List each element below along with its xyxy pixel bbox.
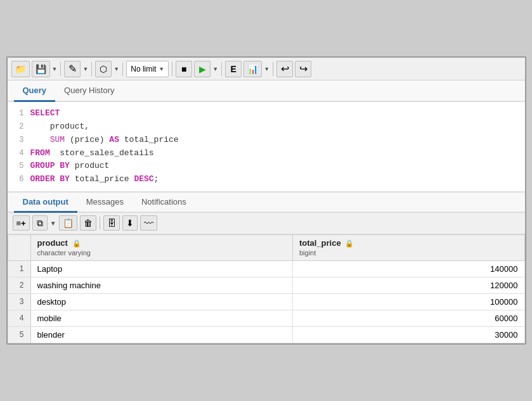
cell-product[interactable]: mobile (30, 310, 292, 326)
col-header-product[interactable]: product 🔒 character varying (30, 234, 292, 260)
table-row: 1Laptop140000 (8, 260, 524, 277)
code-line-2: 2 product, (8, 120, 525, 134)
results-table: product 🔒 character varying total_price … (8, 234, 525, 343)
no-limit-label: No limit (131, 65, 156, 73)
main-window: 📁 💾 ▼ ✎ ▼ ⬡ ▼ No limit ▼ ■ ▶ ▼ E 📊 ▼ ↩ ↪… (6, 56, 526, 345)
output-tabs-bar: Data output Messages Notifications (8, 193, 525, 213)
query-editor[interactable]: 1 SELECT 2 product, 3 SUM (price) AS tot… (8, 102, 525, 193)
lock-icon-product: 🔒 (72, 239, 81, 247)
tab-messages[interactable]: Messages (77, 193, 133, 213)
tab-query-history[interactable]: Query History (55, 80, 123, 102)
toolbar-sep-4 (172, 62, 172, 76)
code-line-6: 6 ORDER BY total_price DESC; (8, 173, 525, 186)
cell-total-price[interactable]: 120000 (292, 277, 524, 293)
explain-button[interactable]: E (225, 61, 242, 77)
open-file-button[interactable]: 📁 (11, 61, 30, 77)
toolbar-sep-3 (122, 62, 123, 76)
table-row: 3desktop100000 (8, 293, 524, 310)
no-limit-caret: ▼ (159, 66, 164, 72)
chart-button[interactable]: 〰 (140, 215, 157, 231)
toolbar-sep-6 (273, 62, 273, 76)
top-toolbar: 📁 💾 ▼ ✎ ▼ ⬡ ▼ No limit ▼ ■ ▶ ▼ E 📊 ▼ ↩ ↪ (8, 58, 525, 80)
save-file-button[interactable]: 💾 (32, 61, 50, 77)
table-row: 4mobile60000 (8, 310, 524, 326)
lock-icon-total-price: 🔒 (345, 239, 354, 247)
db-save-button[interactable]: 🗄 (103, 215, 120, 231)
data-table-wrap: product 🔒 character varying total_price … (8, 234, 525, 343)
row-number: 3 (8, 293, 30, 310)
code-line-5: 5 GROUP BY product (8, 160, 525, 173)
cell-product[interactable]: washing machine (30, 277, 292, 293)
code-line-1: 1 SELECT (8, 107, 525, 120)
row-number: 5 (8, 326, 30, 343)
save-dropdown-caret[interactable]: ▼ (52, 66, 58, 72)
col-type-product: character varying (37, 249, 91, 257)
data-toolbar: ≡+ ⧉ ▼ 📋 🗑 🗄 ⬇ 〰 (8, 213, 525, 234)
delete-button[interactable]: 🗑 (80, 215, 96, 231)
code-line-4: 4 FROM store_sales_details (8, 147, 525, 160)
col-header-rownum (8, 234, 30, 260)
row-number: 4 (8, 310, 30, 326)
col-header-total-price[interactable]: total_price 🔒 bigint (292, 234, 524, 260)
row-number: 1 (8, 260, 30, 277)
copy-caret[interactable]: ▼ (50, 220, 56, 227)
table-row: 2washing machine120000 (8, 277, 524, 293)
cell-total-price[interactable]: 140000 (292, 260, 524, 277)
col-type-total-price: bigint (299, 249, 316, 257)
run-dropdown-caret[interactable]: ▼ (212, 66, 218, 72)
cell-total-price[interactable]: 100000 (292, 293, 524, 310)
run-button[interactable]: ▶ (194, 61, 211, 77)
stop-button[interactable]: ■ (176, 61, 192, 77)
cell-product[interactable]: desktop (30, 293, 292, 310)
col-name-total-price: total_price (299, 238, 341, 248)
query-tabs-bar: Query Query History (8, 80, 525, 102)
toolbar-sep-2 (91, 62, 92, 76)
add-row-button[interactable]: ≡+ (13, 215, 30, 231)
edit-button[interactable]: ✎ (64, 61, 81, 77)
no-limit-dropdown[interactable]: No limit ▼ (126, 61, 169, 77)
copy-button[interactable]: ⧉ (32, 215, 48, 231)
cell-total-price[interactable]: 30000 (292, 326, 524, 343)
analyze-button[interactable]: 📊 (243, 61, 262, 77)
col-name-product: product (37, 238, 68, 248)
table-row: 5blender30000 (8, 326, 524, 343)
tab-query[interactable]: Query (14, 80, 56, 102)
filter-button[interactable]: ⬡ (95, 61, 112, 77)
commit-button[interactable]: ↪ (295, 61, 311, 77)
tab-notifications[interactable]: Notifications (133, 193, 195, 213)
cell-product[interactable]: blender (30, 326, 292, 343)
analyze-dropdown-caret[interactable]: ▼ (264, 66, 269, 72)
rollback-button[interactable]: ↩ (276, 61, 293, 77)
row-number: 2 (8, 277, 30, 293)
download-button[interactable]: ⬇ (122, 215, 138, 231)
code-line-3: 3 SUM (price) AS total_price (8, 134, 525, 147)
paste-button[interactable]: 📋 (59, 215, 77, 231)
edit-dropdown-caret[interactable]: ▼ (82, 66, 88, 72)
cell-product[interactable]: Laptop (30, 260, 292, 277)
filter-dropdown-caret[interactable]: ▼ (114, 66, 119, 72)
toolbar-sep-5 (221, 62, 222, 76)
tab-data-output[interactable]: Data output (14, 193, 77, 213)
cell-total-price[interactable]: 60000 (292, 310, 524, 326)
data-toolbar-sep (100, 217, 100, 229)
toolbar-sep-1 (60, 62, 61, 76)
